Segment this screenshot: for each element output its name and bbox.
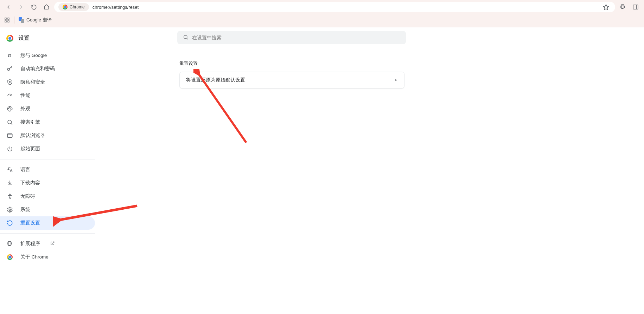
sidebar-item-label: 无障碍 (20, 193, 35, 199)
svg-point-18 (184, 35, 187, 38)
browser-chrome: Chrome chrome://settings/reset Google 翻译 (0, 0, 644, 27)
svg-point-8 (9, 81, 11, 83)
shield-icon (6, 79, 13, 85)
site-chip[interactable]: Chrome (58, 3, 89, 11)
apps-grid-icon[interactable] (4, 17, 10, 23)
sidebar-item-default-browser[interactable]: 默认浏览器 (0, 129, 95, 142)
g-icon: G (6, 52, 13, 59)
a11y-icon (6, 193, 13, 199)
translate-icon (19, 17, 24, 23)
sidebar-item-reset[interactable]: 重置设置 (0, 216, 95, 230)
sidebar-header: 设置 (0, 33, 95, 48)
sidebar-item-label: 关于 Chrome (20, 254, 49, 260)
side-panel-button[interactable] (631, 2, 640, 12)
sidebar-item-system[interactable]: 系统 (0, 203, 95, 216)
sidebar-item-autofill-passwords[interactable]: 自动填充和密码 (0, 62, 95, 76)
chevron-right-icon (394, 78, 398, 83)
reset-icon (6, 220, 13, 226)
open-external-icon (50, 241, 55, 247)
toolbar: Chrome chrome://settings/reset (0, 0, 644, 14)
ext-icon (6, 241, 13, 247)
search-icon (6, 119, 13, 125)
sidebar-item-on-startup[interactable]: 起始页面 (0, 142, 95, 156)
window-icon (6, 132, 13, 139)
svg-point-16 (9, 194, 11, 195)
download-icon (6, 180, 13, 186)
svg-point-12 (8, 120, 12, 124)
settings-page: 设置 G您与 Google自动填充和密码隐私和安全性能外观搜索引擎默认浏览器起始… (0, 27, 644, 264)
reset-card: 将设置还原为原始默认设置 (179, 72, 404, 89)
sidebar-item-label: 下载内容 (20, 180, 40, 186)
reload-button[interactable] (29, 2, 39, 12)
search-icon (183, 34, 189, 41)
svg-rect-3 (8, 18, 9, 19)
sidebar-item-performance[interactable]: 性能 (0, 89, 95, 102)
omnibox[interactable]: Chrome chrome://settings/reset (54, 2, 615, 12)
bookmark-label: Google 翻译 (26, 17, 52, 23)
settings-search-input[interactable] (192, 35, 400, 40)
chrome-logo-icon (63, 5, 68, 9)
restore-defaults-label: 将设置还原为原始默认设置 (186, 77, 245, 83)
svg-point-7 (7, 68, 9, 71)
gear-icon (6, 207, 13, 213)
bookmark-star-icon[interactable] (601, 2, 611, 12)
sidebar-item-appearance[interactable]: 外观 (0, 102, 95, 116)
chrome-logo-icon (6, 35, 13, 42)
sidebar-item-label: 外观 (20, 106, 30, 112)
sidebar-item-label: 性能 (20, 92, 30, 99)
sidebar-item-privacy-security[interactable]: 隐私和安全 (0, 76, 95, 89)
sidebar-item-label: 隐私和安全 (20, 79, 45, 85)
svg-rect-2 (5, 18, 6, 19)
sidebar-item-languages[interactable]: 语言 (0, 163, 95, 176)
sidebar-item-label: 语言 (20, 166, 30, 173)
bookmark-google-translate[interactable]: Google 翻译 (19, 17, 52, 23)
sidebar-item-label: 您与 Google (20, 52, 47, 59)
lang-icon (6, 166, 13, 173)
svg-point-9 (8, 109, 9, 109)
sidebar-divider (0, 233, 95, 234)
site-chip-label: Chrome (70, 5, 85, 9)
sidebar-item-label: 扩展程序 (20, 241, 40, 247)
speed-icon (6, 92, 13, 99)
sidebar-divider (0, 159, 95, 159)
svg-point-17 (9, 209, 11, 211)
sidebar-item-downloads[interactable]: 下载内容 (0, 176, 95, 190)
svg-point-11 (11, 108, 11, 109)
chrome-icon (6, 254, 13, 260)
sidebar-item-accessibility[interactable]: 无障碍 (0, 190, 95, 203)
sidebar-item-label: 默认浏览器 (20, 132, 45, 139)
svg-rect-4 (5, 21, 6, 22)
settings-title: 设置 (18, 34, 30, 42)
settings-sidebar: 设置 G您与 Google自动填充和密码隐私和安全性能外观搜索引擎默认浏览器起始… (0, 27, 95, 264)
sidebar-item-about-chrome[interactable]: 关于 Chrome (0, 250, 95, 264)
section-title-reset: 重置设置 (179, 60, 636, 67)
svg-rect-0 (633, 5, 638, 9)
bookmarks-bar: Google 翻译 (0, 14, 644, 27)
svg-line-13 (11, 123, 12, 124)
extensions-button[interactable] (618, 2, 628, 12)
settings-search-row (103, 31, 636, 44)
sidebar-item-search-engine[interactable]: 搜索引擎 (0, 116, 95, 129)
svg-point-10 (9, 107, 10, 108)
sidebar-item-extensions[interactable]: 扩展程序 (0, 237, 95, 250)
svg-line-19 (187, 38, 188, 39)
sidebar-item-label: 起始页面 (20, 146, 40, 152)
forward-button[interactable] (16, 2, 26, 12)
settings-search-box[interactable] (177, 31, 406, 44)
svg-rect-14 (7, 134, 12, 138)
palette-icon (6, 106, 13, 112)
sidebar-item-you-and-google[interactable]: G您与 Google (0, 49, 95, 62)
restore-defaults-row[interactable]: 将设置还原为原始默认设置 (180, 72, 404, 88)
svg-text:G: G (8, 53, 12, 58)
key-icon (6, 66, 13, 72)
svg-rect-5 (8, 21, 9, 22)
omnibox-url: chrome://settings/reset (93, 5, 139, 10)
home-button[interactable] (42, 2, 51, 12)
sidebar-item-label: 搜索引擎 (20, 119, 40, 125)
settings-main: 重置设置 将设置还原为原始默认设置 (95, 27, 644, 264)
sidebar-item-label: 系统 (20, 207, 30, 213)
bookmarks-separator (14, 17, 14, 24)
sidebar-item-label: 自动填充和密码 (20, 66, 55, 72)
back-button[interactable] (4, 2, 13, 12)
sidebar-item-label: 重置设置 (20, 220, 40, 226)
